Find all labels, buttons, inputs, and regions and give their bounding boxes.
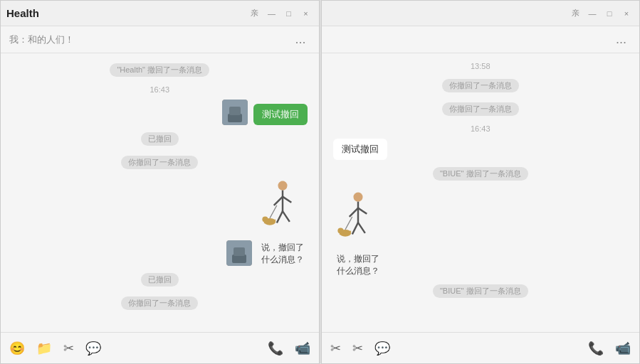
title-bar-1: Health 亲 — □ ×	[1, 1, 319, 26]
chat2-icon-2[interactable]: 💬	[374, 341, 390, 356]
svg-line-21	[358, 223, 365, 233]
window-controls-1: 亲 — □ ×	[248, 6, 313, 21]
system-msg-1: "Health" 撤回了一条消息	[110, 63, 209, 77]
svg-point-23	[337, 228, 343, 233]
window-controls-2: 亲 — □ ×	[568, 6, 634, 21]
timestamp-1: 16:43	[149, 85, 169, 94]
toolbar-right-1: 📞 📹	[268, 341, 310, 356]
svg-rect-2	[229, 107, 241, 115]
svg-point-16	[353, 193, 362, 202]
window-1: Health 亲 — □ × 我：和的人们！ ... "Health" 撤回了一…	[0, 0, 320, 364]
sticker-sent-row-1: 说，撤回了什么消息？	[12, 176, 308, 266]
chat-header-2: ...	[322, 26, 640, 53]
system-msg-5: 你撤回了一条消息	[121, 296, 198, 310]
sticker-label-received-1: 说，撤回了什么消息？	[337, 253, 379, 277]
more-options-1[interactable]: ...	[290, 31, 310, 48]
window-2: 亲 — □ × ... 13:58 你撤回了一条消息 你撤回了一条消息 16:4…	[321, 0, 641, 364]
scissors-icon-1[interactable]: ✂	[63, 341, 74, 356]
title-bar-left-1: Health	[6, 7, 39, 19]
chat-subtitle-1: 我：和的人们！	[9, 33, 74, 46]
avatar-sent-1	[222, 100, 248, 125]
close-button-1[interactable]: ×	[299, 6, 313, 21]
svg-point-3	[278, 181, 287, 191]
maximize-button-2[interactable]: □	[602, 6, 617, 21]
title-bar-2: 亲 — □ ×	[322, 1, 640, 26]
avatar-sticker-1	[226, 240, 252, 266]
scissors-icon-2[interactable]: ✂	[330, 341, 341, 356]
sent-bubble-1: 测试撤回	[253, 104, 308, 125]
toolbar-2: ✂ ✂ 💬 📞 📹	[322, 332, 640, 363]
phone-icon-1[interactable]: 📞	[268, 341, 283, 356]
svg-rect-15	[234, 247, 245, 256]
timestamp-3: 16:43	[471, 124, 491, 133]
system-msg-4: 已撤回	[141, 273, 179, 287]
svg-line-19	[358, 208, 367, 214]
pin-button-1[interactable]: 亲	[248, 6, 262, 21]
toolbar-1: 😊 📁 ✂ 💬 📞 📹	[1, 332, 319, 363]
minimize-button-1[interactable]: —	[265, 6, 279, 21]
sticker-received-1: 说，撤回了什么消息？	[333, 188, 383, 277]
svg-line-20	[352, 223, 357, 234]
svg-point-10	[262, 216, 268, 222]
chat-area-1: "Health" 撤回了一条消息 16:43 测试撤回 已撤回 你撤回了一条消息	[1, 53, 319, 332]
svg-line-7	[276, 211, 282, 223]
video-icon-1[interactable]: 📹	[295, 341, 310, 356]
system-msg-7: 你撤回了一条消息	[442, 102, 519, 116]
scissors2-icon-2[interactable]: ✂	[352, 341, 363, 356]
chat-area-2: 13:58 你撤回了一条消息 你撤回了一条消息 16:43 测试撤回 "BIUE…	[322, 53, 640, 332]
system-msg-8: "BIUE" 撤回了一条消息	[433, 167, 528, 181]
sticker-label-sent-1: 说，撤回了什么消息？	[261, 242, 304, 266]
svg-line-6	[283, 197, 291, 203]
window-title-1: Health	[6, 7, 39, 19]
pin-button-2[interactable]: 亲	[568, 6, 582, 21]
maximize-button-1[interactable]: □	[282, 6, 296, 21]
system-msg-9: "BIUE" 撤回了一条消息	[433, 284, 528, 298]
phone-icon-2[interactable]: 📞	[588, 341, 604, 356]
svg-line-18	[349, 208, 357, 217]
svg-line-11	[270, 205, 277, 218]
toolbar-right-2: 📞 📹	[588, 341, 631, 356]
system-msg-6: 你撤回了一条消息	[442, 79, 519, 92]
svg-line-5	[273, 197, 282, 205]
emoji-icon-1[interactable]: 😊	[9, 341, 25, 356]
svg-line-24	[345, 217, 352, 230]
timestamp-2: 13:58	[471, 62, 491, 70]
chat-icon-1[interactable]: 💬	[85, 341, 101, 356]
minimize-button-2[interactable]: —	[585, 6, 599, 21]
system-msg-3: 你撤回了一条消息	[121, 156, 198, 169]
chat-header-1: 我：和的人们！ ...	[1, 26, 319, 53]
svg-line-8	[283, 211, 290, 222]
sent-msg-row-1: 测试撤回	[12, 100, 308, 125]
folder-icon-1[interactable]: 📁	[36, 341, 52, 356]
close-button-2[interactable]: ×	[619, 6, 634, 21]
sticker-sent-1: 说，撤回了什么消息？	[258, 176, 308, 266]
received-msg-row-1: 测试撤回	[333, 139, 629, 160]
received-bubble-1: 测试撤回	[333, 139, 387, 160]
system-msg-2: 已撤回	[141, 132, 179, 146]
sticker-received-row-1: 说，撤回了什么消息？	[333, 188, 629, 277]
video-icon-2[interactable]: 📹	[615, 341, 631, 356]
more-options-2[interactable]: ...	[612, 31, 631, 48]
